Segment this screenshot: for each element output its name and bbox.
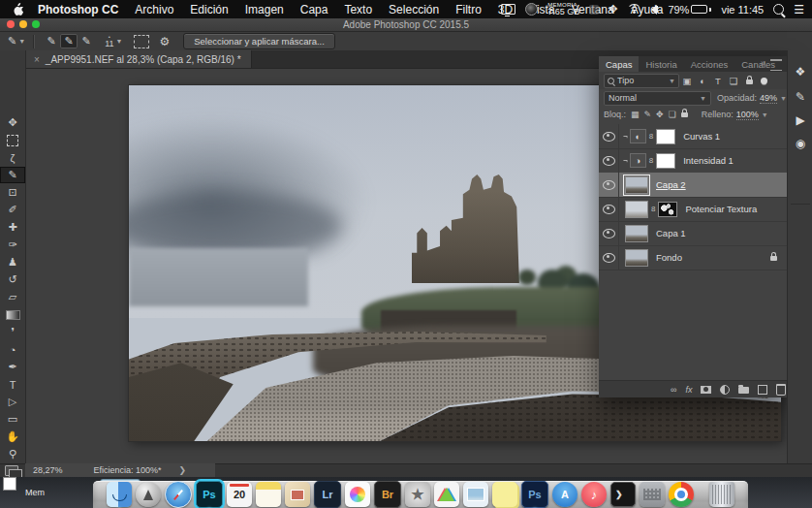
new-layer-button[interactable] (758, 385, 767, 395)
menu-app-name[interactable]: Photoshop CC (38, 3, 118, 16)
layer-row-potenciar-textura[interactable]: 8 Potenciar Textura (599, 197, 787, 222)
lock-pixels-icon[interactable]: ✎ (644, 110, 652, 119)
clone-stamp-tool[interactable]: ♟ (0, 254, 25, 270)
filter-toggle-switch[interactable] (761, 78, 767, 84)
layer-row-curvas-1[interactable]: ⌐ ◐ 8 Curvas 1 (599, 124, 787, 149)
dock-notes[interactable] (256, 482, 281, 507)
status-menu-arrow[interactable]: ❯ (179, 465, 187, 475)
zoom-tool[interactable]: ⚲ (0, 446, 25, 462)
layer-name[interactable]: Capa 1 (656, 228, 686, 238)
layers-panel-icon[interactable]: ❖ (788, 62, 812, 81)
layer-thumbnail[interactable] (625, 249, 648, 267)
menu-capa[interactable]: Capa (300, 3, 328, 16)
dock-finder[interactable] (107, 482, 132, 507)
delete-layer-button[interactable] (776, 384, 786, 396)
dock-preview[interactable] (463, 482, 488, 507)
menu-seleccion[interactable]: Selección (389, 3, 439, 16)
lock-artboard-icon[interactable]: ❏ (669, 110, 676, 119)
select-and-mask-button[interactable]: Seleccionar y aplicar máscara... (183, 33, 335, 49)
document-tab[interactable]: × _APP9951.NEF al 28,3% (Capa 2, RGB/16)… (24, 50, 252, 68)
dock-launchpad[interactable] (136, 482, 161, 507)
layer-name[interactable]: Fondo (656, 252, 682, 263)
layer-thumbnail[interactable] (625, 225, 648, 242)
tab-historia[interactable]: Historia (639, 56, 683, 72)
dock-photoshop-cs[interactable]: Ps (521, 481, 548, 508)
dock-terminal[interactable]: ❯ (610, 482, 636, 507)
layer-name[interactable]: Potenciar Textura (685, 204, 757, 214)
visibility-toggle[interactable] (599, 197, 619, 221)
dock-app-store[interactable]: A (552, 482, 578, 507)
crop-tool[interactable]: ⊡ (0, 184, 25, 201)
menu-clock[interactable]: vie 11:45 (721, 4, 764, 16)
dock-safari[interactable] (165, 481, 192, 508)
menu-filtro[interactable]: Filtro (455, 3, 482, 16)
filter-adjustment-layers-icon[interactable]: ◐ (695, 76, 710, 86)
tool-preset-picker[interactable]: ✎▼ (8, 35, 25, 48)
lock-transparency-icon[interactable]: ▦ (631, 110, 640, 119)
dock-keyboard-viewer[interactable] (640, 482, 665, 507)
visibility-toggle[interactable] (599, 173, 619, 197)
close-tab-icon[interactable]: × (34, 54, 40, 65)
adjustments-panel-icon[interactable]: ◉ (788, 134, 812, 153)
curves-adjustment-icon[interactable]: ◐ (630, 129, 646, 143)
layer-mask-thumbnail[interactable] (656, 153, 675, 169)
lock-position-icon[interactable]: ✥ (656, 110, 664, 119)
lasso-tool[interactable]: ζ (0, 149, 25, 166)
quick-selection-tool[interactable]: ✎ (0, 167, 25, 183)
type-tool[interactable]: T (0, 376, 25, 393)
filter-smart-objects-icon[interactable] (741, 76, 757, 86)
dock-trash[interactable] (709, 482, 734, 507)
fill-value[interactable]: 100% (736, 110, 759, 120)
tab-acciones[interactable]: Acciones (684, 56, 735, 72)
history-panel-icon[interactable]: ✎ (788, 87, 812, 107)
menu-archivo[interactable]: Archivo (135, 3, 173, 16)
shape-tool[interactable]: ▭ (0, 411, 25, 428)
brightness-adjustment-icon[interactable]: ◑ (630, 153, 646, 168)
layer-mask-thumbnail[interactable] (658, 202, 677, 217)
chevron-down-icon[interactable]: ▼ (780, 95, 787, 102)
menu-imagen[interactable]: Imagen (245, 3, 284, 16)
filter-kind-select[interactable]: Tipo ▼ (604, 74, 679, 88)
new-group-button[interactable] (738, 385, 749, 394)
dock-photoshop-cc[interactable]: Ps (196, 481, 223, 508)
memory-app-icon[interactable] (525, 3, 538, 16)
apple-menu-icon[interactable] (14, 3, 24, 16)
pen-tool[interactable]: ✒ (0, 359, 25, 375)
battery-indicator[interactable]: 79% (668, 4, 711, 16)
layer-name[interactable]: Capa 2 (656, 179, 686, 190)
layer-mask-thumbnail[interactable] (656, 129, 675, 144)
display-menu-icon[interactable] (501, 4, 515, 15)
dock-bridge[interactable]: Br (374, 481, 401, 508)
tab-capas[interactable]: Capas (599, 56, 639, 72)
subtract-from-selection-button[interactable]: ✎ (78, 34, 95, 48)
brush-tool[interactable]: ✑ (0, 237, 25, 253)
new-selection-button[interactable]: ✎ (43, 34, 60, 48)
layer-name[interactable]: Curvas 1 (683, 131, 720, 142)
dock-chrome[interactable] (669, 482, 694, 507)
arrange-documents-icon[interactable] (5, 465, 18, 476)
foreground-color-swatch[interactable] (3, 477, 16, 491)
dock-imovie[interactable]: ★ (405, 482, 430, 507)
layer-thumbnail[interactable] (625, 201, 648, 218)
volume-icon[interactable] (651, 5, 658, 15)
notification-center-icon[interactable]: ☰ (794, 3, 804, 16)
healing-brush-tool[interactable]: ✚ (0, 219, 25, 236)
dodge-tool[interactable]: ◔ (0, 341, 25, 358)
blend-mode-select[interactable]: Normal▼ (604, 91, 711, 106)
menu-texto[interactable]: Texto (344, 3, 372, 16)
layer-row-intensidad-1[interactable]: ⌐ ◑ 8 Intensidad 1 (599, 148, 787, 174)
dock-lightroom[interactable]: Lr (314, 481, 341, 508)
dock-stickies[interactable] (492, 482, 517, 507)
eraser-tool[interactable]: ▱ (0, 289, 25, 305)
gradient-tool[interactable] (0, 306, 25, 323)
zoom-level-field[interactable]: 28,27% (33, 465, 63, 475)
dock-photos[interactable] (345, 482, 370, 507)
eyedropper-tool[interactable]: ✐ (0, 202, 25, 218)
layer-row-capa-2[interactable]: Capa 2 (599, 173, 787, 198)
filter-pixel-layers-icon[interactable]: ▣ (679, 76, 695, 86)
move-tool[interactable]: ✥ (0, 114, 25, 131)
sample-all-layers-toggle[interactable] (134, 35, 149, 48)
link-layers-button[interactable]: ∞ (671, 385, 676, 395)
spotlight-icon[interactable] (773, 4, 784, 15)
dock-photo-book[interactable] (285, 482, 310, 507)
